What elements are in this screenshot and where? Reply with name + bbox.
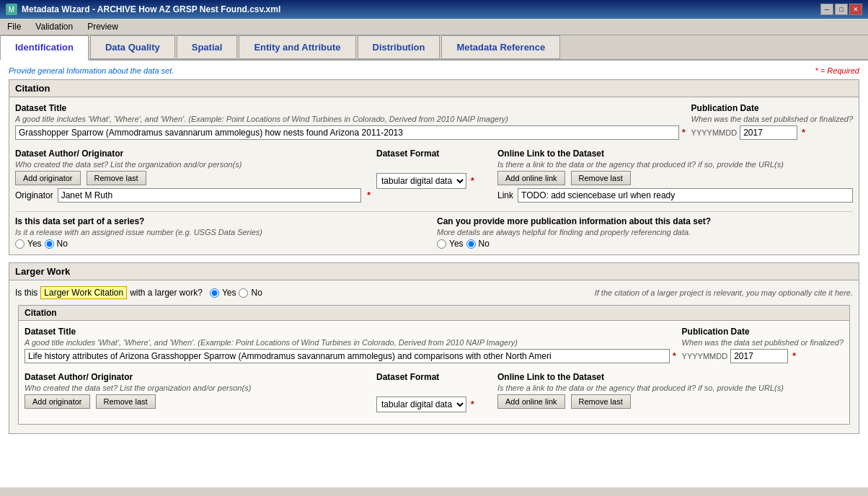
format-select[interactable]: tabular digital data shapefile raster ot…	[376, 173, 466, 189]
pubinfo-no-radio[interactable]	[466, 239, 476, 249]
nested-pub-date-required: *	[792, 351, 796, 361]
dataset-title-input[interactable]	[15, 125, 679, 140]
originator-label: Originator	[15, 190, 53, 200]
series-question-text: Is this data set part of a series?	[15, 216, 431, 226]
remove-last-originator-button[interactable]: Remove last	[87, 171, 146, 185]
maximize-button[interactable]: □	[835, 4, 848, 15]
online-link-group: Online Link to the Dataset Is there a li…	[497, 149, 853, 203]
info-text: Provide general Information about the da…	[9, 66, 174, 75]
originator-input[interactable]	[58, 188, 362, 203]
nested-title-required: *	[673, 351, 676, 361]
online-link-hint: Is there a link to the data or the agenc…	[497, 160, 853, 169]
nested-dataset-title-hint: A good title includes 'What', 'Where', a…	[25, 338, 676, 347]
nested-format-required: *	[471, 399, 474, 409]
add-online-link-button[interactable]: Add online link	[497, 171, 565, 185]
lw-no-radio[interactable]	[239, 288, 248, 298]
dataset-title-group: Dataset Title A good title includes 'Wha…	[15, 103, 686, 140]
minimize-button[interactable]: ─	[820, 4, 833, 15]
nested-format-select[interactable]: tabular digital data	[376, 397, 466, 412]
series-yes-radio[interactable]	[15, 239, 25, 249]
nested-citation-box: Citation Dataset Title A good title incl…	[18, 305, 850, 425]
pubinfo-yes-radio[interactable]	[437, 239, 446, 249]
format-required: *	[471, 176, 474, 186]
nested-remove-originator-button[interactable]: Remove last	[96, 394, 156, 409]
app-icon: M	[6, 4, 17, 15]
series-no-radio[interactable]	[45, 239, 54, 249]
nested-dataset-title-label: Dataset Title	[25, 327, 676, 337]
tab-metadata-reference[interactable]: Metadata Reference	[441, 35, 560, 59]
dataset-title-hint: A good title includes 'What', 'Where', a…	[15, 115, 686, 123]
info-line: Provide general Information about the da…	[9, 66, 859, 75]
tab-entity-attribute[interactable]: Entity and Attribute	[239, 35, 355, 59]
series-question-hint: Is it a release with an assigned issue n…	[15, 228, 431, 236]
author-hint: Who created the data set? List the organ…	[15, 160, 371, 169]
main-content: Provide general Information about the da…	[0, 61, 868, 487]
nested-format-group: Dataset Format tabular digital data *	[376, 372, 492, 412]
nested-dataset-title-group: Dataset Title A good title includes 'Wha…	[25, 327, 676, 363]
series-yes-label: Yes	[27, 239, 42, 249]
tab-identification[interactable]: Identification	[0, 35, 89, 61]
menu-bar: File Validation Preview	[0, 19, 868, 35]
publication-date-label: Publication Date	[691, 103, 853, 113]
link-input[interactable]	[518, 188, 853, 203]
nested-author-label: Dataset Author/ Originator	[25, 372, 371, 382]
originator-required: *	[367, 190, 371, 200]
nested-online-link-hint: Is there a link to the data or the agenc…	[497, 384, 843, 392]
larger-work-header: Larger Work	[9, 263, 859, 280]
nested-pub-date-hint: When was the data set published or final…	[682, 338, 843, 347]
lw-question-text2: with a larger work?	[130, 288, 203, 298]
nested-dataset-title-input[interactable]	[25, 349, 670, 363]
publication-date-hint: When was the data set published or final…	[691, 115, 853, 123]
author-label: Dataset Author/ Originator	[15, 149, 371, 159]
window-controls: ─ □ ✕	[820, 4, 862, 15]
pub-info-question-text: Can you provide more publication informa…	[437, 216, 853, 226]
nested-format-label: Dataset Format	[376, 372, 492, 382]
nested-citation-header: Citation	[19, 306, 849, 321]
nested-pub-date-label: Publication Date	[682, 327, 843, 337]
dataset-title-label: Dataset Title	[15, 103, 686, 113]
nested-yyyymmdd-label: YYYYMMDD	[682, 352, 728, 360]
nested-add-online-link-button[interactable]: Add online link	[497, 394, 565, 409]
menu-validation[interactable]: Validation	[31, 20, 77, 33]
nested-publication-date-group: Publication Date When was the data set p…	[682, 327, 843, 363]
nested-author-group: Dataset Author/ Originator Who created t…	[25, 372, 371, 409]
window-title: Metadata Wizard - ARCHIVE How AZ GRSP Ne…	[22, 4, 280, 14]
pubinfo-yes-label: Yes	[449, 239, 464, 249]
nested-remove-link-button[interactable]: Remove last	[571, 394, 631, 409]
larger-work-citation-highlight: Larger Work Citation	[40, 286, 127, 299]
dataset-title-required: *	[682, 128, 686, 138]
online-link-label: Online Link to the Dataset	[497, 149, 853, 159]
lw-yes-radio[interactable]	[210, 288, 219, 298]
menu-file[interactable]: File	[3, 20, 25, 33]
tab-data-quality[interactable]: Data Quality	[90, 35, 175, 59]
pub-info-question-group: Can you provide more publication informa…	[437, 216, 853, 236]
format-group: Dataset Format tabular digital data shap…	[376, 149, 492, 189]
lw-yes-label: Yes	[222, 288, 236, 298]
author-group: Dataset Author/ Originator Who created t…	[15, 149, 371, 203]
tab-distribution[interactable]: Distribution	[358, 35, 440, 59]
nested-online-link-label: Online Link to the Dataset	[497, 372, 843, 382]
citation-section: Citation Dataset Title A good title incl…	[9, 79, 859, 255]
close-button[interactable]: ✕	[849, 4, 862, 15]
citation-header: Citation	[9, 80, 859, 97]
nested-online-link-group: Online Link to the Dataset Is there a li…	[497, 372, 843, 409]
publication-date-group: Publication Date When was the data set p…	[691, 103, 853, 140]
remove-last-link-button[interactable]: Remove last	[571, 171, 631, 185]
format-label: Dataset Format	[376, 149, 492, 159]
series-question-group: Is this data set part of a series? Is it…	[15, 216, 431, 236]
nested-author-hint: Who created the data set? List the organ…	[25, 384, 371, 392]
title-bar: M Metadata Wizard - ARCHIVE How AZ GRSP …	[0, 0, 868, 19]
lw-hint-right: If the citation of a larger project is r…	[595, 288, 853, 297]
lw-no-label: No	[251, 288, 262, 298]
add-originator-button[interactable]: Add originator	[15, 171, 81, 185]
tab-spatial[interactable]: Spatial	[177, 35, 238, 59]
link-label: Link	[497, 190, 513, 200]
menu-preview[interactable]: Preview	[83, 20, 123, 33]
nested-add-originator-button[interactable]: Add originator	[25, 394, 90, 409]
nested-pub-date-input[interactable]	[730, 349, 788, 363]
yyyymmdd-label: YYYYMMDD	[691, 128, 738, 137]
publication-date-input[interactable]	[740, 125, 797, 140]
lw-question-text1: Is this	[15, 288, 37, 298]
pubinfo-no-label: No	[479, 239, 490, 249]
larger-work-section: Larger Work Is this Larger Work Citation…	[9, 262, 859, 434]
